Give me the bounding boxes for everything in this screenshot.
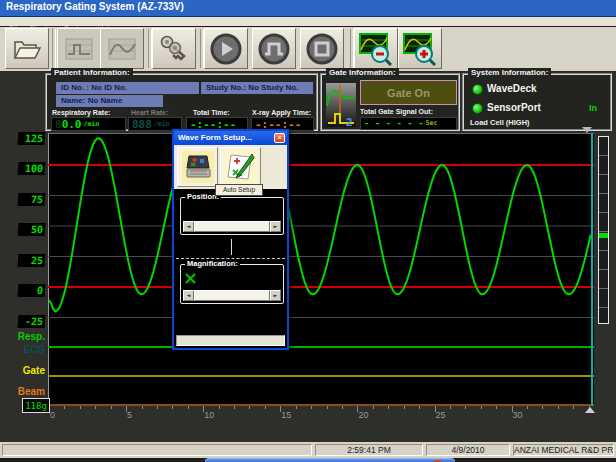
waveform-chart	[48, 133, 594, 406]
wave-edit-button-disabled[interactable]	[100, 28, 144, 69]
app-window: Respiratory Gating System (AZ-733V) File…	[0, 0, 616, 462]
window-title: Respiratory Gating System (AZ-733V)	[6, 1, 184, 12]
auto-setup-button[interactable]	[177, 147, 218, 187]
gate-edit-icon	[64, 36, 94, 62]
x-axis-label-5: 5	[127, 410, 147, 420]
magnification-group-label: Magnification:	[185, 259, 240, 268]
title-bar: Respiratory Gating System (AZ-733V)	[0, 0, 616, 17]
wavedeck-led-icon	[472, 84, 483, 95]
x-tick	[296, 406, 297, 409]
x-tick	[404, 406, 405, 409]
x-tick	[80, 406, 81, 409]
x-tick	[542, 406, 543, 409]
security-keys-icon	[158, 34, 190, 64]
status-company: ANZAI MEDICAL R&D PRODUCTS	[513, 444, 614, 456]
wave-zoom-out-button[interactable]	[354, 28, 398, 69]
stop-button[interactable]	[300, 28, 344, 69]
toolbar-separator	[52, 29, 56, 68]
resp-rate-label: Respiratory Rate:	[52, 109, 110, 116]
y-axis-label-75: 75	[18, 193, 46, 206]
channel-gate-label: Gate	[0, 365, 45, 376]
manual-setup-button[interactable]	[220, 147, 261, 187]
status-bar: 2:59:41 PM 4/9/2010 ANZAI MEDICAL R&D PR…	[0, 442, 616, 458]
magnification-group: Magnification: ◄ ►	[180, 264, 284, 304]
x-tick	[142, 406, 143, 409]
x-tick	[388, 406, 389, 409]
x-tick	[64, 406, 65, 409]
scroll-left-arrow-icon[interactable]: ◄	[183, 290, 194, 301]
x-axis-label-25: 25	[436, 410, 456, 420]
gate-signal-display: - - - - - - Sec	[360, 117, 457, 130]
gate-info-title: Gate Information:	[326, 68, 399, 77]
position-scrollbar[interactable]: ◄ ►	[183, 221, 281, 232]
x-tick	[157, 406, 158, 409]
wave-zoom-in-icon	[402, 32, 438, 66]
toolbar	[0, 27, 616, 72]
open-folder-button[interactable]	[5, 28, 49, 69]
security-keys-button[interactable]	[152, 28, 196, 69]
auto-setup-tooltip: Auto Setup	[215, 184, 263, 196]
gate-edit-button-disabled[interactable]	[57, 28, 101, 69]
xray-time-label: X-ray Apply Time:	[252, 109, 311, 116]
dialog-close-button[interactable]: ×	[274, 133, 285, 143]
x-tick	[465, 406, 466, 409]
menu-bar: FileDisplaySystemHelp	[0, 17, 616, 27]
gate-wave-icon: 2	[326, 83, 356, 127]
y-axis-label-125: 125	[18, 132, 46, 145]
heart-rate-label: Heart Rate:	[131, 109, 168, 116]
position-scroll-thumb[interactable]	[194, 221, 270, 232]
y-axis-label-25: 25	[18, 254, 46, 267]
system-info-title: System Information:	[468, 68, 551, 77]
x-tick	[249, 406, 250, 409]
load-cell-label: Load Cell (HIGH)	[470, 118, 530, 127]
scroll-right-arrow-icon[interactable]: ►	[270, 221, 281, 232]
gate-pulse-button[interactable]	[252, 28, 296, 69]
gate-wave-thumbnail: 2	[326, 83, 356, 127]
wavedeck-label: WaveDeck	[487, 83, 537, 94]
gate-info-panel: Gate Information: 2 Gate On Total Gate S…	[320, 73, 460, 131]
x-axis: 051015202530	[48, 406, 594, 420]
open-folder-icon	[12, 36, 42, 62]
x-tick	[111, 406, 112, 409]
resp-rate-display: 80.0/min	[51, 117, 126, 131]
gate-level-scale[interactable]	[598, 136, 609, 324]
x-tick	[481, 406, 482, 409]
x-tick	[311, 406, 312, 409]
patient-name-field: Name: No Name	[56, 95, 163, 107]
gate-signal-label: Total Gate Signal Out:	[360, 108, 433, 115]
x-axis-label-10: 10	[204, 410, 224, 420]
x-tick	[527, 406, 528, 409]
x-axis-label-20: 20	[358, 410, 378, 420]
position-group: Position: ◄ ►	[180, 197, 284, 235]
study-no-field: Study No.: No Study No.	[201, 82, 313, 94]
gate-on-button[interactable]: Gate On	[360, 80, 457, 105]
scroll-left-arrow-icon[interactable]: ◄	[183, 221, 194, 232]
status-time: 2:59:41 PM	[315, 444, 423, 456]
x-tick	[327, 406, 328, 409]
wave-zoom-in-button[interactable]	[398, 28, 442, 69]
play-button[interactable]	[204, 28, 248, 69]
auto-setup-icon	[181, 150, 215, 184]
x-tick	[172, 406, 173, 409]
magnification-scroll-thumb[interactable]	[194, 290, 270, 301]
background-window-titlebar[interactable]	[205, 458, 455, 462]
system-info-panel: System Information: WaveDeck SensorPort …	[462, 73, 612, 131]
dialog-button-row	[174, 145, 287, 189]
manual-setup-icon	[224, 150, 258, 184]
gate-threshold-line[interactable]	[591, 133, 593, 406]
channel-beam-label: Beam	[0, 386, 45, 397]
waveform-setup-dialog: Wave Form Setup... ×	[172, 129, 289, 350]
scroll-right-arrow-icon[interactable]: ►	[270, 290, 281, 301]
x-tick	[419, 406, 420, 409]
threshold-top-handle-icon[interactable]	[582, 127, 592, 133]
dialog-title-bar[interactable]: Wave Form Setup...	[174, 131, 287, 145]
wave-edit-icon	[107, 36, 137, 62]
x-tick	[219, 406, 220, 409]
magnification-scrollbar[interactable]: ◄ ►	[183, 290, 281, 301]
x-tick	[95, 406, 96, 409]
gate-level-marker[interactable]	[599, 233, 608, 238]
x-tick	[373, 406, 374, 409]
threshold-bottom-handle-icon[interactable]	[585, 407, 595, 413]
sensorport-led-icon	[472, 103, 483, 114]
gate-pulse-icon	[257, 32, 291, 66]
